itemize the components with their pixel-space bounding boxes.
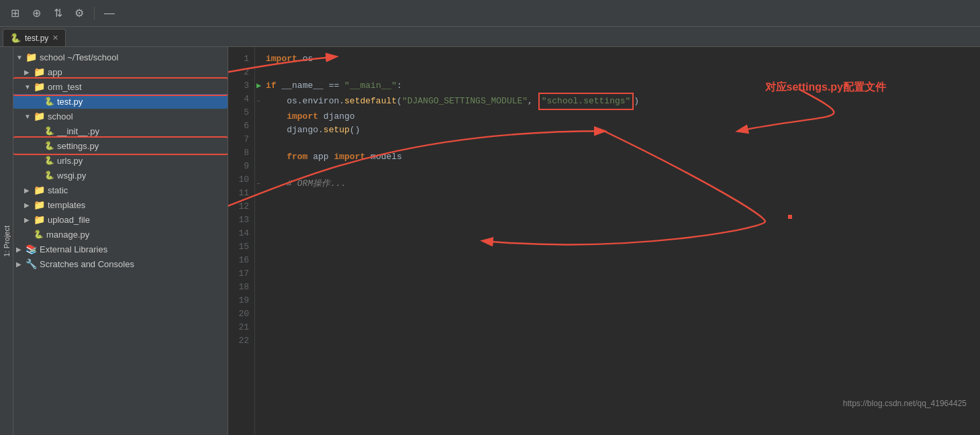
comment-orm: # ORM操作... (287, 177, 346, 191)
line-numbers: 12345 678910 1112131415 1617181920 2122 (228, 47, 255, 435)
fold-icon: – (256, 95, 260, 108)
method-setdefault: setdefault (344, 95, 397, 108)
str-main: "__main__" (344, 79, 397, 93)
run-arrow-icon: ▶ (256, 79, 261, 93)
expand-static: ▶ (24, 187, 31, 194)
folder-icon: 📁 (34, 214, 45, 225)
expand-upload: ▶ (24, 216, 31, 224)
indent (266, 150, 287, 164)
tree-init-py[interactable]: ▶ 🐍 __init__.py (13, 124, 228, 138)
folder-purple-icon: 📁 (34, 199, 45, 210)
external-icon: 📚 (26, 244, 37, 254)
tree-school[interactable]: ▼ 📁 school (13, 109, 228, 124)
var-app: app (313, 150, 328, 164)
parens: () (350, 124, 360, 137)
tree-settings-py[interactable]: ▶ 🐍 settings.py (13, 138, 228, 153)
method-setup: setup (324, 124, 350, 137)
tree-app[interactable]: ▶ 📁 app (13, 64, 228, 79)
colon: : (397, 79, 402, 93)
urls-py-label: urls.py (57, 156, 83, 166)
grid-icon[interactable]: ⊞ (5, 4, 24, 23)
tree-scratches[interactable]: ▶ 🔧 Scratches and Consoles (13, 256, 228, 271)
expand-app: ▶ (24, 68, 31, 76)
folder-icon: 📁 (34, 111, 45, 122)
python-tab-icon: 🐍 (10, 33, 21, 43)
code-line-6: django.setup() (266, 124, 980, 137)
code-line-14 (266, 231, 980, 244)
git-icon[interactable]: ⇅ (48, 4, 67, 23)
toolbar: ⊞ ⊕ ⇅ ⚙ — (0, 0, 980, 27)
tab-bar: 🐍 test.py ✕ (0, 27, 980, 47)
annotation-url: https://blog.csdn.net/qq_41964425 (843, 399, 967, 408)
tree-upload-file[interactable]: ▶ 📁 upload_file (13, 212, 228, 227)
tab-label: test.py (25, 34, 48, 43)
str-django-settings: "DJANGO_SETTINGS_MODULE" (402, 95, 528, 108)
sidebar: 1: Project ▼ 📁 school ~/Test/school ▶ 📁 … (0, 47, 228, 435)
code-line-21 (266, 325, 980, 338)
paren-close: ) (634, 95, 639, 108)
python-file-icon: 🐍 (44, 97, 54, 106)
indent (266, 177, 287, 191)
folder-icon: 📁 (34, 66, 45, 77)
tree-wsgi-py[interactable]: ▶ 🐍 wsgi.py (13, 168, 228, 183)
expand-school: ▼ (16, 54, 23, 61)
code-line-1: import os (266, 52, 980, 66)
file-tree: ▼ 📁 school ~/Test/school ▶ 📁 app ▼ 📁 orm… (0, 47, 228, 274)
tab-test-py[interactable]: 🐍 test.py ✕ (3, 29, 66, 46)
templates-label: templates (48, 200, 85, 210)
project-tab-label: 1: Project (3, 226, 11, 256)
code-line-7 (266, 137, 980, 150)
code-editor[interactable]: import os ▶ if __name__ == "__main__": –… (255, 47, 980, 435)
app-label: app (48, 67, 62, 77)
school-label: school (48, 111, 73, 122)
code-line-12 (266, 204, 980, 218)
add-icon[interactable]: ⊕ (27, 4, 46, 23)
settings-icon[interactable]: ⚙ (70, 4, 89, 23)
annotation-top-right: 对应settings.py配置文件 (765, 81, 886, 95)
code-line-8: from app import models (266, 150, 980, 164)
main-area: 1: Project ▼ 📁 school ~/Test/school ▶ 📁 … (0, 47, 980, 435)
minus-icon[interactable]: — (100, 4, 119, 23)
keyword-from: from (287, 150, 307, 164)
wsgi-py-label: wsgi.py (57, 171, 86, 181)
tree-templates[interactable]: ▶ 📁 templates (13, 197, 228, 212)
folder-icon: 📁 (26, 52, 37, 62)
keyword-if: if (266, 79, 277, 93)
dunder-name: __name__ (281, 79, 323, 93)
str-school-settings: "school.settings" (538, 93, 634, 110)
eq-op: == (329, 79, 340, 93)
var-models: models (371, 150, 402, 164)
os-environ: os.environ. (287, 95, 344, 108)
tree-test-py[interactable]: ▶ 🐍 test.py (13, 94, 228, 109)
code-line-18 (266, 285, 980, 298)
code-line-19 (266, 298, 980, 311)
manage-py-label: manage.py (46, 230, 89, 240)
django-setup: django. (287, 124, 324, 137)
tree-urls-py[interactable]: ▶ 🐍 urls.py (13, 153, 228, 168)
tree-school-root[interactable]: ▼ 📁 school ~/Test/school (13, 50, 228, 64)
code-line-9 (266, 164, 980, 177)
fold-icon-2: – (256, 177, 260, 191)
tree-orm-test[interactable]: ▼ 📁 orm_test (13, 79, 228, 94)
indent (266, 95, 287, 108)
test-py-label: test.py (57, 97, 83, 107)
sidebar-vertical-tab[interactable]: 1: Project (0, 47, 13, 435)
scratches-icon: 🔧 (26, 258, 37, 269)
expand-school-pkg: ▼ (24, 113, 31, 120)
tree-manage-py[interactable]: ▶ 🐍 manage.py (13, 227, 228, 242)
keyword-import: import (334, 150, 365, 164)
expand-templates: ▶ (24, 201, 31, 209)
orm-test-label: orm_test (48, 82, 82, 92)
tab-close-button[interactable]: ✕ (52, 34, 58, 42)
editor-area: 12345 678910 1112131415 1617181920 2122 … (228, 47, 980, 435)
code-line-2 (266, 66, 980, 79)
tree-external-libraries[interactable]: ▶ 📚 External Libraries (13, 242, 228, 256)
paren-open: ( (397, 95, 402, 108)
expand-external: ▶ (16, 246, 23, 253)
indent (266, 110, 287, 124)
settings-py-label: settings.py (57, 141, 99, 151)
tree-static[interactable]: ▶ 📁 static (13, 183, 228, 197)
code-line-5: import django (266, 110, 980, 124)
separator (94, 7, 95, 20)
scratches-label: Scratches and Consoles (40, 259, 134, 269)
